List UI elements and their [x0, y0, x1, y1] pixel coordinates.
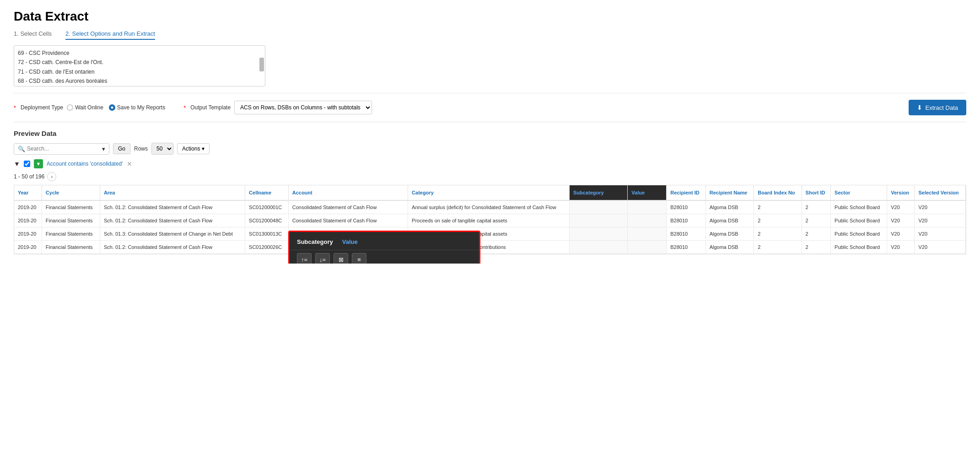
list-item: 71 - CSD cath. de l'Est ontarien [18, 67, 261, 76]
col-recipient-name: Recipient Name [705, 185, 754, 200]
radio-save[interactable]: Save to My Reports [109, 104, 165, 111]
cell-account: Consolidated Statement of Cash Flow [288, 200, 408, 214]
col-account: Account [288, 185, 408, 200]
cell-board-index-no: 2 [754, 214, 802, 227]
popup-subcategory-header: Subcategory [297, 238, 333, 245]
school-list[interactable]: 69 - CSC Providence 72 - CSD cath. Centr… [14, 45, 265, 86]
col-cellname: Cellname [245, 185, 289, 200]
school-list-items: 69 - CSC Providence 72 - CSD cath. Centr… [14, 46, 265, 86]
filter-icon: ▼ [34, 159, 43, 168]
clear-sort-icon: ⊠ [339, 256, 344, 263]
col-version: Version [887, 185, 915, 200]
cell-cycle: Financial Statements [42, 227, 100, 241]
rows-label: Rows [134, 146, 148, 152]
preview-section: Preview Data 🔍 ▾ Go Rows 50 Actions ▾ ▼ … [14, 129, 966, 254]
cell-short-id: 2 [802, 241, 830, 254]
popup-action-bar: ↑= ↓= ⊠ ≡ [290, 250, 479, 264]
sort-desc-icon: ↓= [319, 256, 326, 263]
cell-board-index-no: 2 [754, 200, 802, 214]
required-marker: * [14, 104, 16, 111]
chevron-down-icon[interactable]: ▾ [102, 146, 105, 152]
pagination-next[interactable]: › [47, 172, 56, 181]
cell-selected-version: V20 [915, 214, 966, 227]
collapse-arrow[interactable]: ▼ [14, 160, 20, 167]
tab-select-options[interactable]: 2. Select Options and Run Extract [65, 30, 155, 40]
cell-value [628, 241, 667, 254]
cell-area: Sch. 01.2: Consolidated Statement of Cas… [100, 241, 245, 254]
output-template-label: Output Template [190, 104, 231, 111]
output-required-marker: * [183, 104, 186, 111]
data-table: Year Cycle Area Cellname Account Categor… [14, 185, 966, 254]
cell-year: 2019-20 [14, 200, 42, 214]
cell-cycle: Financial Statements [42, 200, 100, 214]
cell-version: V20 [887, 227, 915, 241]
template-select[interactable]: ACS on Rows, DSBs on Columns - with subt… [234, 101, 372, 114]
radio-save-label: Save to My Reports [117, 104, 165, 111]
cell-recipient-name: Algoma DSB [705, 241, 754, 254]
cell-recipient-id: B28010 [667, 200, 706, 214]
table-row: 2019-20 Financial Statements Sch. 01.2: … [14, 214, 966, 227]
sort-desc-button[interactable]: ↓= [315, 253, 330, 264]
cell-subcategory [569, 227, 627, 241]
deployment-radio-group: Wait Online Save to My Reports [67, 104, 165, 111]
cell-area: Sch. 01.3: Consolidated Statement of Cha… [100, 227, 245, 241]
col-value[interactable]: Value [628, 185, 667, 200]
filter-checkbox[interactable] [24, 161, 30, 167]
search-input-wrap[interactable]: 🔍 ▾ [14, 143, 109, 155]
table-wrapper: Year Cycle Area Cellname Account Categor… [14, 185, 966, 254]
col-area: Area [100, 185, 245, 200]
radio-wait-label: Wait Online [75, 104, 103, 111]
menu-icon: ≡ [357, 256, 361, 263]
cell-category: Annual surplus (deficit) for Consolidate… [408, 200, 570, 214]
col-selected-version: Selected Version [915, 185, 966, 200]
table-header-row: Year Cycle Area Cellname Account Categor… [14, 185, 966, 200]
cell-cycle: Financial Statements [42, 214, 100, 227]
cell-cellname: SC01200026C [245, 241, 289, 254]
table-row: 2019-20 Financial Statements Sch. 01.2: … [14, 241, 966, 254]
cell-year: 2019-20 [14, 241, 42, 254]
go-button[interactable]: Go [113, 143, 130, 154]
scrollbar[interactable] [259, 58, 264, 71]
actions-chevron-icon: ▾ [202, 146, 205, 152]
cell-cellname: SC01200001C [245, 200, 289, 214]
list-item: 69 - CSC Providence [18, 49, 261, 58]
sort-asc-button[interactable]: ↑= [297, 253, 312, 264]
deployment-type-label: Deployment Type [21, 104, 63, 111]
rows-select[interactable]: 50 [151, 143, 173, 155]
col-year: Year [14, 185, 42, 200]
col-short-id: Short ID [802, 185, 830, 200]
clear-sort-button[interactable]: ⊠ [334, 253, 348, 264]
options-bar: * Deployment Type Wait Online Save to My… [14, 93, 966, 122]
popup-header: Subcategory Value [290, 232, 479, 250]
filter-text: Account contains 'consolidated' [47, 161, 123, 167]
sort-asc-icon: ↑= [301, 256, 307, 263]
tab-select-cells[interactable]: 1. Select Cells [14, 30, 52, 40]
filter-close-icon[interactable]: ✕ [127, 160, 132, 167]
actions-button[interactable]: Actions ▾ [177, 143, 210, 154]
radio-wait-online[interactable]: Wait Online [67, 104, 103, 111]
cell-recipient-id: B28010 [667, 241, 706, 254]
extract-btn-label: Extract Data [925, 104, 958, 111]
col-subcategory[interactable]: Subcategory [569, 185, 627, 200]
cell-cellname: SC01200048C [245, 214, 289, 227]
search-input[interactable] [27, 146, 100, 152]
cell-year: 2019-20 [14, 214, 42, 227]
cell-value [628, 200, 667, 214]
cell-area: Sch. 01.2: Consolidated Statement of Cas… [100, 200, 245, 214]
cell-sector: Public School Board [831, 214, 887, 227]
cell-sector: Public School Board [831, 241, 887, 254]
cell-subcategory [569, 214, 627, 227]
search-bar: 🔍 ▾ Go Rows 50 Actions ▾ [14, 143, 966, 155]
extract-data-button[interactable]: ⬇ Extract Data [909, 100, 966, 115]
cell-version: V20 [887, 214, 915, 227]
cell-recipient-id: B28010 [667, 227, 706, 241]
radio-circle-wait [67, 104, 73, 111]
data-table-container[interactable]: Year Cycle Area Cellname Account Categor… [14, 185, 966, 254]
cell-subcategory [569, 241, 627, 254]
menu-button[interactable]: ≡ [352, 253, 366, 264]
search-icon: 🔍 [18, 146, 25, 152]
cell-version: V20 [887, 241, 915, 254]
cell-board-index-no: 2 [754, 241, 802, 254]
cell-selected-version: V20 [915, 241, 966, 254]
column-filter-popup: Subcategory Value ↑= ↓= ⊠ ≡ [288, 231, 480, 264]
